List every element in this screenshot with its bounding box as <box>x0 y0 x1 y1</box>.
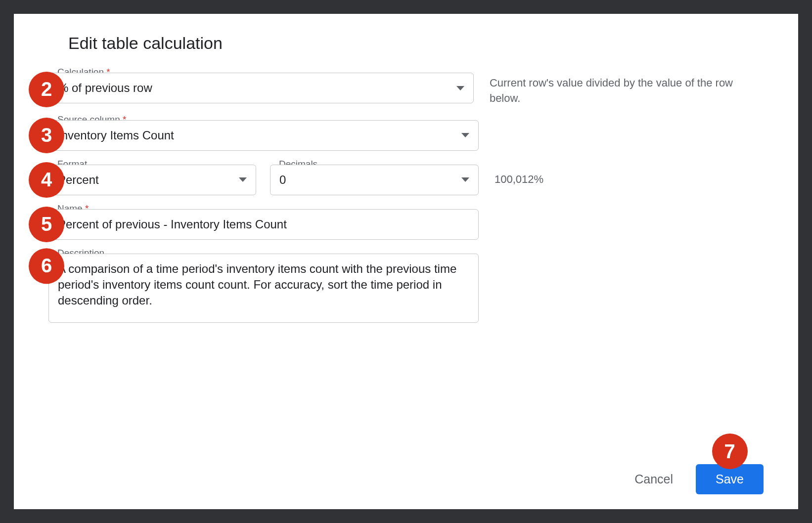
decimals-field: Decimals 0 <box>270 165 479 195</box>
description-row: 6 Description A comparison of a time per… <box>48 254 764 323</box>
format-row: 4 Format Percent Decimals 0 100,012% <box>48 165 764 195</box>
annotation-marker-7: 7 <box>712 434 748 469</box>
source-column-select[interactable]: Inventory Items Count <box>48 120 479 151</box>
edit-table-calculation-dialog: Edit table calculation 2 Calculation % o… <box>14 14 798 509</box>
decimals-value: 0 <box>279 173 456 187</box>
save-button-wrap: 7 Save <box>696 464 764 494</box>
format-preview: 100,012% <box>495 172 543 187</box>
description-field: Description A comparison of a time perio… <box>48 254 479 323</box>
source-column-value: Inventory Items Count <box>58 129 456 142</box>
chevron-down-icon <box>239 177 247 182</box>
cancel-button[interactable]: Cancel <box>632 472 676 487</box>
format-field: Format Percent <box>48 165 256 195</box>
chevron-down-icon <box>461 177 469 182</box>
dialog-actions: Cancel 7 Save <box>632 464 764 494</box>
decimals-select[interactable]: 0 <box>270 165 479 195</box>
calculation-field: Calculation % of previous row <box>48 73 474 103</box>
source-column-field: Source column Inventory Items Count <box>48 120 479 151</box>
name-input[interactable]: Percent of previous - Inventory Items Co… <box>48 209 479 240</box>
chevron-down-icon <box>456 86 464 90</box>
format-value: Percent <box>58 173 234 187</box>
format-select[interactable]: Percent <box>48 165 256 195</box>
annotation-marker-5: 5 <box>29 207 64 242</box>
calculation-value: % of previous row <box>58 81 451 95</box>
calculation-row: 2 Calculation % of previous row Current … <box>48 73 764 106</box>
source-column-row: 3 Source column Inventory Items Count <box>48 120 764 151</box>
description-value: A comparison of a time period's inventor… <box>58 261 469 309</box>
annotation-marker-6: 6 <box>29 248 64 284</box>
chevron-down-icon <box>461 133 469 137</box>
dialog-title: Edit table calculation <box>68 34 764 53</box>
name-row: 5 Name Percent of previous - Inventory I… <box>48 209 764 240</box>
description-textarea[interactable]: A comparison of a time period's inventor… <box>48 254 479 323</box>
annotation-marker-3: 3 <box>29 118 64 153</box>
annotation-marker-4: 4 <box>29 162 64 198</box>
calculation-help-text: Current row's value divided by the value… <box>490 73 764 106</box>
name-field: Name Percent of previous - Inventory Ite… <box>48 209 479 240</box>
calculation-select[interactable]: % of previous row <box>48 73 474 103</box>
name-value: Percent of previous - Inventory Items Co… <box>58 218 469 231</box>
annotation-marker-2: 2 <box>29 72 64 107</box>
